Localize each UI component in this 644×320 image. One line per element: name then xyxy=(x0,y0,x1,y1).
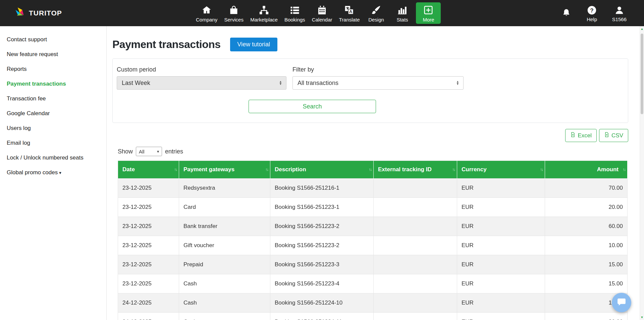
chevron-down-icon: ▼ xyxy=(156,150,160,153)
brand-logo[interactable]: TURITOP xyxy=(14,0,62,26)
nav-item-bookings[interactable]: Bookings xyxy=(282,2,308,24)
sidebar-item-contact-support[interactable]: Contact support xyxy=(0,32,106,47)
export-buttons: Excel CSV xyxy=(112,129,628,142)
column-header-date[interactable]: Date↑↓ xyxy=(118,161,179,179)
table-cell: Booking S1566-251223-2 xyxy=(270,236,374,255)
svg-text:?: ? xyxy=(590,7,593,13)
top-navigation: TURITOP Company Services Marketplace Boo… xyxy=(0,0,644,26)
column-label: Date xyxy=(122,166,135,173)
nav-item-company[interactable]: Company xyxy=(193,2,220,24)
scroll-up-arrow-icon[interactable]: ▲ xyxy=(640,27,644,31)
table-cell: 24-12-2025 xyxy=(118,293,179,313)
table-cell: Booking S1566-251224-10 xyxy=(270,293,374,313)
calendar-icon xyxy=(317,4,327,16)
nav-item-label: Design xyxy=(368,17,384,22)
main-content: Payment transactions View tutorial Custo… xyxy=(107,26,628,320)
export-csv-label: CSV xyxy=(611,132,623,139)
column-label: Amount xyxy=(597,166,619,173)
nav-item-label: Help xyxy=(587,16,597,22)
notifications-button[interactable] xyxy=(558,3,575,24)
nav-item-label: Services xyxy=(224,17,244,22)
export-excel-button[interactable]: Excel xyxy=(565,129,597,142)
scrollbar-thumb[interactable] xyxy=(641,34,643,114)
column-label: Payment gateways xyxy=(183,166,234,173)
table-cell: EUR xyxy=(457,179,545,198)
table-cell: Redsysextra xyxy=(179,179,270,198)
column-label: External tracking ID xyxy=(378,166,432,173)
table-row: 23-12-2025Gift voucherBooking S1566-2512… xyxy=(118,236,628,255)
table-row: 23-12-2025CashBooking S1566-251223-4EUR1… xyxy=(118,274,628,293)
table-row: 23-12-2025PrepaidBooking S1566-251223-3E… xyxy=(118,255,628,274)
sidebar-item-google-calendar[interactable]: Google Calendar xyxy=(0,106,106,121)
nav-item-stats[interactable]: Stats xyxy=(390,2,415,24)
transactions-table-body: 23-12-2025RedsysextraBooking S1566-25121… xyxy=(118,179,628,320)
sidebar-item-email-log[interactable]: Email log xyxy=(0,136,106,150)
sidebar-item-global-promo-codes[interactable]: Global promo codes▾ xyxy=(0,165,106,180)
nav-item-label: Stats xyxy=(396,17,408,22)
bar-chart-icon xyxy=(397,4,407,16)
column-header-currency[interactable]: Currency↑↓ xyxy=(457,161,545,179)
nav-item-label: S1566 xyxy=(612,16,627,22)
entries-label: entries xyxy=(165,148,183,155)
table-row: 23-12-2025Bank transferBooking S1566-251… xyxy=(118,217,628,236)
nav-item-design[interactable]: Design xyxy=(364,2,388,24)
custom-period-field: Custom period Last Week ▲▼ xyxy=(117,66,286,90)
table-row: 24-12-2025CashBooking S1566-251224-10EUR… xyxy=(118,293,628,313)
nav-item-label: Company xyxy=(196,17,217,22)
vertical-scrollbar[interactable]: ▲ ▼ xyxy=(640,26,644,320)
sidebar-item-transaction-fee[interactable]: Transaction fee xyxy=(0,91,106,106)
table-cell: EUR xyxy=(457,255,545,274)
turitop-logo-icon xyxy=(14,7,25,19)
nav-item-more[interactable]: More xyxy=(416,2,441,24)
nav-item-label: Translate xyxy=(339,17,360,22)
entries-count-value: All xyxy=(139,149,145,154)
sitemap-icon xyxy=(259,4,269,16)
table-cell: Cash xyxy=(179,274,270,293)
account-button[interactable]: S1566 xyxy=(609,3,629,24)
view-tutorial-button[interactable]: View tutorial xyxy=(230,38,278,51)
table-cell: 23-12-2025 xyxy=(118,217,179,236)
column-header-description[interactable]: Description↑↓ xyxy=(270,161,374,179)
nav-item-marketplace[interactable]: Marketplace xyxy=(248,2,280,24)
column-header-amount[interactable]: Amount↑↓ xyxy=(545,161,628,179)
table-cell: 24-12-2025 xyxy=(118,313,179,320)
table-cell: 30.00 xyxy=(545,313,628,320)
custom-period-label: Custom period xyxy=(117,66,286,73)
sidebar-item-users-log[interactable]: Users log xyxy=(0,121,106,136)
search-button[interactable]: Search xyxy=(249,100,376,113)
main-menu: Company Services Marketplace Bookings Ca… xyxy=(193,2,441,24)
nav-item-translate[interactable]: A Translate xyxy=(336,2,363,24)
filter-by-select[interactable]: All transactions ▲▼ xyxy=(292,76,464,90)
table-cell: 23-12-2025 xyxy=(118,255,179,274)
table-cell: Booking S1566-251224-11 xyxy=(270,313,374,320)
export-csv-button[interactable]: CSV xyxy=(599,129,628,142)
help-icon: ? xyxy=(587,5,597,15)
scroll-down-arrow-icon[interactable]: ▼ xyxy=(640,316,644,319)
filter-by-label: Filter by xyxy=(292,66,464,73)
custom-period-select[interactable]: Last Week ▲▼ xyxy=(117,76,286,90)
sidebar-item-payment-transactions[interactable]: Payment transactions xyxy=(0,77,106,91)
column-header-payment-gateways[interactable]: Payment gateways↑↓ xyxy=(179,161,270,179)
table-cell: Gift voucher xyxy=(179,236,270,255)
export-excel-label: Excel xyxy=(578,132,592,139)
sidebar-item-lock-unlock-numbered-seats[interactable]: Lock / Unlock numbered seats xyxy=(0,150,106,165)
nav-item-services[interactable]: Services xyxy=(221,2,246,24)
chat-widget-button[interactable] xyxy=(612,293,631,312)
custom-period-value: Last Week xyxy=(122,80,150,87)
select-arrows-icon: ▲▼ xyxy=(456,81,459,85)
table-cell: 15.00 xyxy=(545,255,628,274)
sort-icon: ↑↓ xyxy=(452,167,455,172)
nav-item-calendar[interactable]: Calendar xyxy=(309,2,335,24)
nav-item-label: More xyxy=(423,17,434,22)
column-header-external-tracking-id[interactable]: External tracking ID↑↓ xyxy=(374,161,457,179)
sidebar-item-new-feature-request[interactable]: New feature request xyxy=(0,47,106,62)
nav-item-label: Marketplace xyxy=(250,17,278,22)
sidebar-item-reports[interactable]: Reports xyxy=(0,62,106,77)
table-cell xyxy=(374,198,457,217)
table-cell: Booking S1566-251223-4 xyxy=(270,274,374,293)
table-cell: 70.00 xyxy=(545,179,628,198)
list-icon xyxy=(290,4,300,16)
entries-control: Show All ▼ entries xyxy=(118,147,618,156)
entries-count-select[interactable]: All ▼ xyxy=(136,147,162,156)
help-button[interactable]: ? Help xyxy=(584,3,600,24)
